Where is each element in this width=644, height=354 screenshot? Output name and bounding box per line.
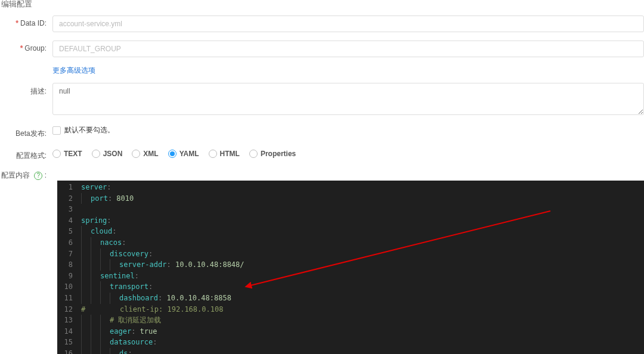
beta-note: 默认不要勾选。 (64, 125, 114, 135)
format-radio-properties[interactable]: Properties (249, 150, 296, 158)
beta-checkbox[interactable] (52, 126, 61, 135)
group-input[interactable] (52, 41, 644, 57)
advanced-options-link[interactable]: 更多高级选项 (52, 66, 95, 74)
format-radio-xml[interactable]: XML (132, 150, 158, 158)
desc-textarea[interactable] (52, 83, 644, 115)
desc-label: 描述: (0, 83, 52, 97)
format-radio-group: TEXTJSONXMLYAMLHTMLProperties (52, 147, 644, 158)
page-title: 编辑配置 (0, 0, 644, 14)
format-radio-yaml[interactable]: YAML (168, 150, 199, 158)
content-label: 配置内容 ? : (0, 169, 52, 181)
format-radio-text[interactable]: TEXT (52, 150, 82, 158)
beta-label: Beta发布: (0, 125, 52, 139)
format-radio-html[interactable]: HTML (209, 150, 240, 158)
data-id-label: *Data ID: (0, 15, 52, 27)
data-id-input[interactable] (52, 15, 644, 32)
format-label: 配置格式: (0, 147, 52, 161)
format-radio-json[interactable]: JSON (92, 150, 123, 158)
help-icon[interactable]: ? (34, 172, 42, 180)
code-editor[interactable]: 12345678910111213141516 server:port: 801… (57, 181, 644, 354)
group-label: *Group: (0, 41, 52, 52)
